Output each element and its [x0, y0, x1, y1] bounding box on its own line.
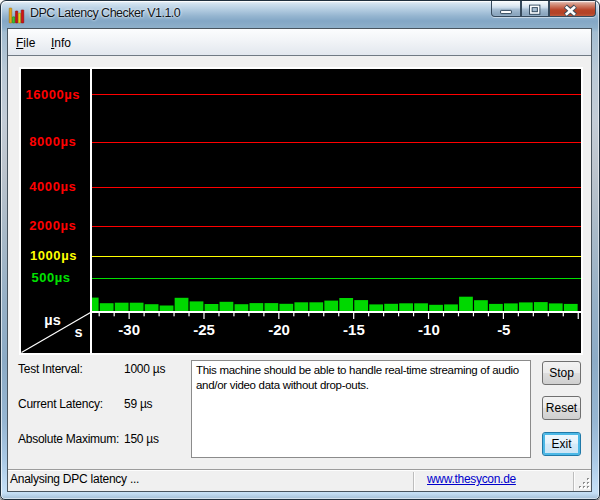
svg-text:µs: µs: [44, 312, 60, 328]
svg-text:-25: -25: [193, 321, 215, 338]
svg-text:-20: -20: [268, 321, 290, 338]
svg-text:-15: -15: [343, 321, 365, 338]
svg-text:1000µs: 1000µs: [30, 248, 77, 263]
svg-text:-5: -5: [497, 321, 510, 338]
svg-text:2000µs: 2000µs: [29, 218, 76, 233]
svg-text:s: s: [74, 324, 82, 340]
svg-text:-10: -10: [418, 321, 440, 338]
svg-text:8000µs: 8000µs: [29, 134, 76, 149]
svg-text:-30: -30: [118, 321, 140, 338]
svg-text:500µs: 500µs: [31, 270, 70, 285]
svg-text:16000µs: 16000µs: [25, 87, 80, 102]
svg-text:4000µs: 4000µs: [29, 179, 76, 194]
